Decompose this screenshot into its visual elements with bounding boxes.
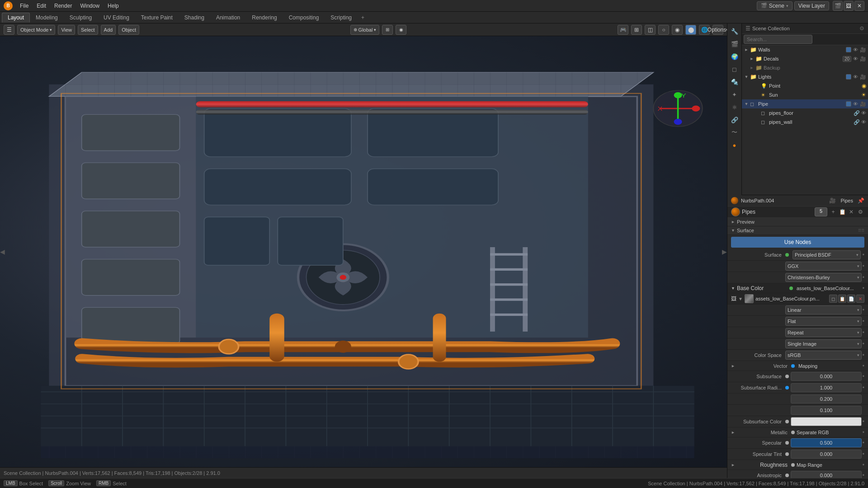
bsdf-settings-icon[interactable]: • bbox=[863, 252, 864, 258]
lights-visibility-icon[interactable]: 👁 bbox=[853, 74, 858, 80]
tex-copy-icon[interactable]: 📋 bbox=[838, 295, 846, 303]
material-copy-icon[interactable]: 📋 bbox=[838, 208, 846, 216]
subsurface-radius-settings[interactable]: • bbox=[863, 385, 864, 391]
particles-icon-btn[interactable]: ✦ bbox=[729, 89, 741, 100]
object-icon-btn[interactable]: ◻ bbox=[729, 63, 741, 75]
menu-edit[interactable]: Edit bbox=[33, 2, 50, 10]
add-workspace-button[interactable]: + bbox=[358, 13, 368, 22]
surface-drag-handle[interactable]: ⠿⠿ bbox=[858, 228, 864, 233]
blender-logo-icon[interactable]: B bbox=[4, 1, 13, 10]
tab-sculpting[interactable]: Sculpting bbox=[64, 13, 98, 23]
view-menu-btn[interactable]: View bbox=[58, 25, 75, 35]
material-new-icon[interactable]: + bbox=[829, 208, 837, 216]
backup-expand-icon[interactable]: ► bbox=[749, 66, 755, 70]
use-nodes-button[interactable]: Use Nodes bbox=[731, 237, 864, 248]
vector-toggle[interactable]: ► bbox=[731, 364, 735, 368]
scene-selector[interactable]: 🎬 Scene ▾ bbox=[757, 1, 793, 10]
active-tool-icon[interactable]: 🔧 bbox=[729, 25, 741, 37]
roughness-toggle[interactable]: ► bbox=[731, 463, 735, 467]
object-mode-dropdown[interactable]: Object Mode ▾ bbox=[17, 25, 55, 35]
tex-delete-icon[interactable]: ✕ bbox=[856, 295, 864, 303]
tree-item-lights[interactable]: ▼ 📁 Lights 👁 🎥 bbox=[742, 72, 868, 81]
base-color-toggle[interactable]: ▼ bbox=[731, 286, 735, 291]
select-menu-btn[interactable]: Select bbox=[78, 25, 98, 35]
properties-pin-icon[interactable]: 📌 bbox=[858, 197, 864, 204]
pipe-render-icon[interactable]: 🎥 bbox=[860, 101, 866, 107]
subsurface-value-field[interactable]: 0.000 bbox=[791, 372, 862, 381]
extension-dropdown[interactable]: Repeat ▾ bbox=[785, 328, 862, 337]
tab-modeling[interactable]: Modeling bbox=[30, 13, 64, 23]
subsurface-method-dropdown[interactable]: Christensen-Burley ▾ bbox=[785, 273, 862, 282]
menu-window[interactable]: Window bbox=[76, 2, 103, 10]
subsurface-radius-val3-field[interactable]: 0.100 bbox=[791, 406, 862, 415]
tree-item-point[interactable]: 💡 Point ◉ bbox=[742, 81, 868, 90]
tex-browse-icon[interactable]: 📄 bbox=[847, 295, 855, 303]
tree-item-decals[interactable]: ► 📁 Decals 20 👁 🎥 bbox=[742, 54, 868, 63]
lights-visible-checkbox[interactable] bbox=[846, 74, 851, 80]
subsurface-color-settings[interactable]: • bbox=[863, 418, 864, 425]
tree-item-walls[interactable]: ► 📁 Walls 👁 🎥 bbox=[742, 45, 868, 54]
anisotropic-settings[interactable]: • bbox=[863, 472, 864, 478]
viewport-overlay-btn[interactable]: ⊞ bbox=[631, 25, 642, 35]
tex-expand-toggle[interactable]: ▼ bbox=[738, 296, 743, 301]
render-button[interactable]: 🎬 bbox=[833, 1, 843, 11]
surface-section-header[interactable]: ▼ Surface ⠿⠿ bbox=[727, 226, 868, 235]
metallic-settings[interactable]: • bbox=[863, 429, 864, 436]
material-delete-icon[interactable]: ✕ bbox=[847, 208, 855, 216]
menu-file[interactable]: File bbox=[16, 2, 32, 10]
walls-render-icon[interactable]: 🎥 bbox=[860, 47, 866, 53]
menu-render[interactable]: Render bbox=[51, 2, 75, 10]
tex-edit-icon[interactable]: ◻ bbox=[829, 295, 837, 303]
walls-expand-icon[interactable]: ► bbox=[744, 47, 749, 52]
pipe-visibility-icon[interactable]: 👁 bbox=[853, 101, 858, 107]
anisotropic-field[interactable]: 0.000 bbox=[791, 471, 862, 478]
subsurface-radius-val1-field[interactable]: 1.000 bbox=[791, 383, 862, 392]
render-image-button[interactable]: 🖼 bbox=[844, 1, 854, 11]
tab-rendering[interactable]: Rendering bbox=[246, 13, 283, 23]
color-space-settings[interactable]: • bbox=[863, 352, 864, 358]
menu-help[interactable]: Help bbox=[104, 2, 123, 10]
world-icon-btn[interactable]: 🌍 bbox=[729, 51, 741, 62]
distribution-dropdown[interactable]: GGX ▾ bbox=[785, 262, 862, 271]
tab-layout[interactable]: Layout bbox=[2, 13, 30, 23]
wireframe-btn[interactable]: ○ bbox=[658, 25, 669, 35]
xray-btn[interactable]: ◫ bbox=[645, 25, 656, 35]
cb-settings[interactable]: • bbox=[863, 274, 864, 281]
source-dropdown[interactable]: Single Image ▾ bbox=[785, 339, 862, 348]
decals-expand-icon[interactable]: ► bbox=[749, 56, 755, 61]
object-data-icon-btn[interactable]: 〜 bbox=[729, 127, 741, 138]
tree-item-pipes-floor[interactable]: ◻ pipes_floor 🔗 👁 bbox=[742, 108, 868, 117]
modifier-icon-btn[interactable]: 🔩 bbox=[729, 76, 741, 88]
close-app-button[interactable]: ✕ bbox=[854, 1, 864, 11]
3d-viewport[interactable]: X Y ◀ ▶ bbox=[0, 36, 727, 467]
base-color-settings[interactable]: • bbox=[863, 285, 864, 291]
proportional-edit-icon[interactable]: ◉ bbox=[396, 25, 406, 35]
interpolation-dropdown[interactable]: Linear ▾ bbox=[785, 305, 862, 314]
viewport-right-collapse[interactable]: ▶ bbox=[722, 248, 727, 255]
walls-visibility-icon[interactable]: 👁 bbox=[853, 47, 858, 52]
lights-render-icon[interactable]: 🎥 bbox=[860, 74, 866, 80]
flat-settings[interactable]: • bbox=[863, 318, 864, 324]
object-menu-btn[interactable]: Object bbox=[118, 25, 139, 35]
roughness-settings[interactable]: • bbox=[863, 462, 864, 468]
material-settings-icon[interactable]: ⚙ bbox=[856, 208, 864, 216]
material-icon-btn[interactable]: ● bbox=[729, 139, 741, 151]
tab-uv-editing[interactable]: UV Editing bbox=[98, 13, 135, 23]
tree-item-pipes-wall[interactable]: ◻ pipes_wall 🔗 👁 bbox=[742, 117, 868, 127]
options-btn[interactable]: Options ▾ bbox=[712, 25, 723, 35]
view-layer-selector[interactable]: Scene Collection View Layer bbox=[794, 1, 829, 10]
add-menu-btn[interactable]: Add bbox=[101, 25, 116, 35]
preview-section-header[interactable]: ► Preview bbox=[727, 218, 868, 226]
viewport-menu-icon[interactable]: ☰ bbox=[4, 25, 14, 35]
subsurface-color-swatch[interactable] bbox=[791, 417, 862, 426]
snap-icon[interactable]: ⊞ bbox=[382, 25, 393, 35]
viewport-gizmo-btn[interactable]: 🎮 bbox=[618, 25, 628, 35]
subsurface-settings[interactable]: • bbox=[863, 373, 864, 380]
tab-compositing[interactable]: Compositing bbox=[283, 13, 325, 23]
viewport-left-collapse[interactable]: ◀ bbox=[0, 248, 5, 255]
material-preview-btn[interactable]: ⬤ bbox=[685, 25, 696, 35]
specular-tint-settings[interactable]: • bbox=[863, 451, 864, 457]
decals-render-icon[interactable]: 🎥 bbox=[860, 56, 866, 62]
tree-item-pipe[interactable]: ▼ ◻ Pipe 👁 🎥 bbox=[742, 99, 868, 108]
material-number-field[interactable]: 5 bbox=[815, 207, 827, 216]
